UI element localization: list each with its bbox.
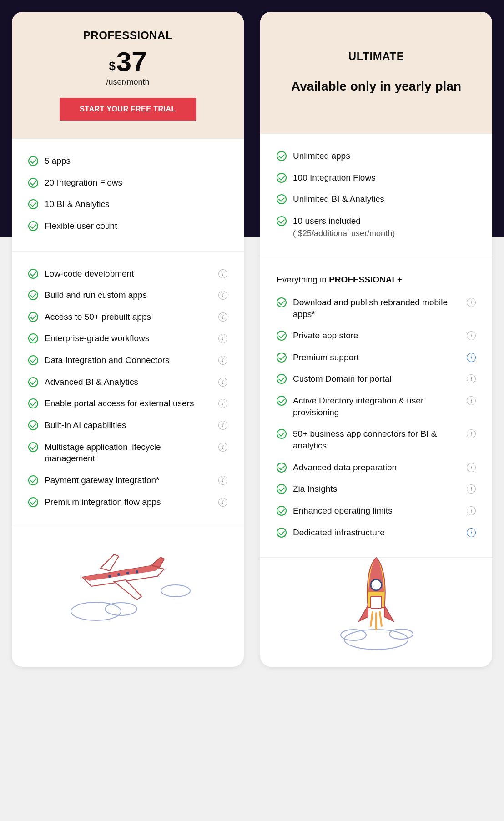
feature-item: Multistage application lifecycle managem…	[28, 441, 227, 464]
info-icon[interactable]: i	[467, 484, 476, 494]
check-icon	[277, 151, 287, 161]
info-icon[interactable]: i	[218, 334, 227, 343]
info-icon[interactable]: i	[218, 356, 227, 365]
plan-card-ultimate: ULTIMATE Available only in yearly plan U…	[260, 12, 492, 667]
svg-point-10	[371, 579, 382, 590]
svg-point-1	[105, 603, 137, 615]
price-line: $ 37	[109, 48, 146, 76]
check-icon	[28, 312, 38, 322]
feature-item: Download and publish rebranded mobile ap…	[277, 297, 476, 320]
feature-text: 50+ business app connectors for BI & ana…	[293, 428, 460, 451]
svg-point-5	[126, 572, 129, 574]
feature-text: Advanced BI & Analytics	[45, 376, 212, 388]
feature-item: Zia Insightsi	[277, 483, 476, 495]
feature-text: Enable portal access for external users	[45, 398, 212, 409]
svg-point-3	[108, 575, 111, 578]
feature-text: Premium integration flow apps	[45, 496, 212, 508]
feature-item: Flexible user count	[28, 220, 227, 232]
plan-card-professional: PROFESSIONAL $ 37 /user/month START YOUR…	[12, 12, 244, 667]
info-icon[interactable]: i	[467, 429, 476, 438]
top-features: 5 apps20 Integration Flows10 BI & Analyt…	[12, 139, 244, 252]
check-icon	[28, 156, 38, 166]
check-icon	[28, 290, 38, 300]
svg-rect-11	[371, 596, 382, 608]
feature-item: Access to 50+ prebuilt appsi	[28, 311, 227, 323]
info-icon[interactable]: i	[467, 298, 476, 307]
info-icon[interactable]: i	[218, 498, 227, 507]
feature-item: 5 apps	[28, 155, 227, 167]
feature-item: Advanced BI & Analyticsi	[28, 376, 227, 388]
feature-item: Premium supporti	[277, 352, 476, 363]
info-icon[interactable]: i	[467, 506, 476, 515]
info-icon[interactable]: i	[218, 378, 227, 387]
info-icon[interactable]: i	[467, 528, 476, 537]
plan-header: PROFESSIONAL $ 37 /user/month START YOUR…	[12, 12, 244, 139]
check-icon	[277, 173, 287, 183]
feature-text: Payment gateway integration*	[45, 474, 212, 486]
info-icon[interactable]: i	[467, 463, 476, 472]
feature-text: Zia Insights	[293, 483, 460, 495]
everything-plan: PROFESSIONAL+	[329, 275, 402, 284]
check-icon	[28, 442, 38, 452]
check-icon	[277, 463, 287, 473]
info-icon[interactable]: i	[218, 443, 227, 452]
info-icon[interactable]: i	[467, 353, 476, 362]
feature-text: Built-in AI capabilities	[45, 419, 212, 431]
check-icon	[277, 396, 287, 406]
everything-prefix: Everything in	[277, 275, 329, 284]
feature-text: Premium support	[293, 352, 460, 363]
top-features: Unlimited apps100 Integration FlowsUnlim…	[260, 134, 492, 258]
start-trial-button[interactable]: START YOUR FREE TRIAL	[60, 98, 196, 121]
feature-item: Built-in AI capabilitiesi	[28, 419, 227, 431]
feature-text: Low-code development	[45, 268, 212, 280]
feature-item: 100 Integration Flows	[277, 172, 476, 184]
check-icon	[277, 331, 287, 341]
feature-text: 20 Integration Flows	[45, 177, 227, 189]
info-icon[interactable]: i	[467, 331, 476, 340]
check-icon	[277, 194, 287, 204]
pricing-cards: PROFESSIONAL $ 37 /user/month START YOUR…	[0, 0, 504, 679]
feature-item: Private app storei	[277, 330, 476, 342]
feature-text: Private app store	[293, 330, 460, 342]
feature-item: Data Integration and Connectorsi	[28, 354, 227, 366]
feature-text: Active Directory integration & user prov…	[293, 395, 460, 418]
price-per: /user/month	[106, 77, 149, 87]
feature-text: Dedicated infrastructure	[293, 527, 460, 539]
rocket-illustration-icon	[260, 558, 492, 667]
info-icon[interactable]: i	[467, 374, 476, 383]
info-icon[interactable]: i	[218, 269, 227, 278]
check-icon	[277, 429, 287, 439]
info-icon[interactable]: i	[218, 476, 227, 485]
info-icon[interactable]: i	[467, 396, 476, 405]
feature-text: Enhanced operating limits	[293, 505, 460, 517]
info-icon[interactable]: i	[218, 312, 227, 322]
info-icon[interactable]: i	[218, 421, 227, 430]
feature-text: Unlimited BI & Analytics	[293, 193, 476, 205]
price: 37	[116, 48, 147, 76]
feature-text: 10 users included( $25/additional user/m…	[293, 215, 476, 239]
svg-point-9	[389, 629, 413, 639]
info-icon[interactable]: i	[218, 291, 227, 300]
yearly-only-note: Available only in yearly plan	[291, 78, 461, 95]
feature-item: 50+ business app connectors for BI & ana…	[277, 428, 476, 451]
feature-text: Download and publish rebranded mobile ap…	[293, 297, 460, 320]
feature-text: 100 Integration Flows	[293, 172, 476, 184]
check-icon	[277, 297, 287, 307]
check-icon	[28, 333, 38, 343]
info-icon[interactable]: i	[218, 399, 227, 408]
feature-text: 10 BI & Analytics	[45, 198, 227, 210]
feature-item: Unlimited BI & Analytics	[277, 193, 476, 205]
check-icon	[277, 374, 287, 384]
check-icon	[277, 216, 287, 226]
check-icon	[28, 355, 38, 365]
check-icon	[28, 377, 38, 387]
feature-text: Multistage application lifecycle managem…	[45, 441, 212, 464]
feature-item: 20 Integration Flows	[28, 177, 227, 189]
check-icon	[28, 497, 38, 507]
feature-text: Access to 50+ prebuilt apps	[45, 311, 212, 323]
feature-text: Enterprise-grade workflows	[45, 332, 212, 344]
everything-in: Everything in PROFESSIONAL+	[277, 275, 476, 285]
svg-point-7	[344, 630, 408, 650]
plan-name: ULTIMATE	[348, 50, 404, 63]
feature-item: Custom Domain for portali	[277, 373, 476, 385]
